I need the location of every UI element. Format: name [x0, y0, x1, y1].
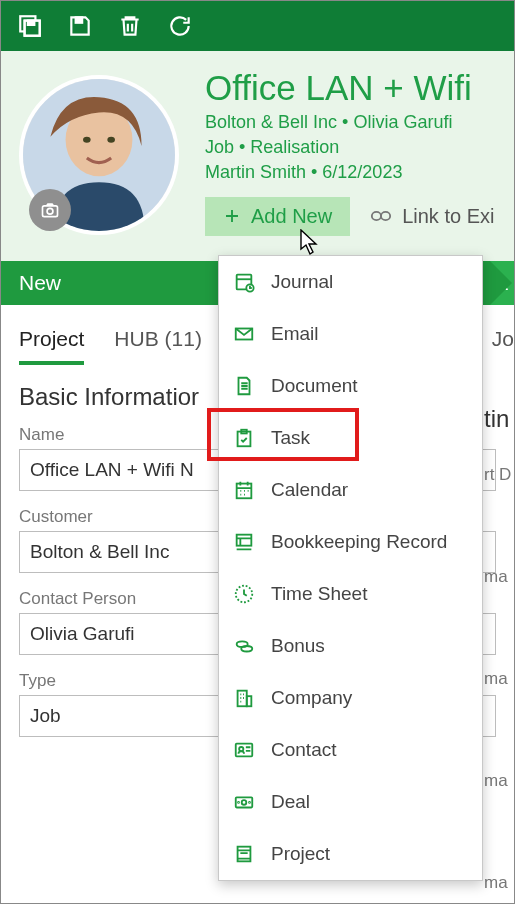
dd-item-timesheet[interactable]: Time Sheet: [219, 568, 482, 620]
right-field-value-partial: ma: [484, 567, 514, 669]
bonus-icon: [233, 635, 255, 657]
add-new-dropdown: Journal Email Document Task Calendar Boo…: [218, 255, 483, 881]
dd-item-bookkeeping[interactable]: Bookkeeping Record: [219, 516, 482, 568]
project-icon: [233, 843, 255, 865]
right-field-value-partial-3: ma: [484, 771, 514, 873]
dd-item-email[interactable]: Email: [219, 308, 482, 360]
delete-icon[interactable]: [117, 13, 143, 39]
bookkeeping-icon: [233, 531, 255, 553]
svg-rect-3: [28, 21, 35, 25]
task-icon: [233, 427, 255, 449]
dd-item-calendar[interactable]: Calendar: [219, 464, 482, 516]
meta-owner-date: Martin Smith • 6/12/2023: [205, 162, 496, 183]
svg-point-28: [242, 800, 247, 805]
right-field-label-partial: rt D: [484, 465, 514, 567]
svg-rect-24: [247, 696, 252, 706]
svg-rect-9: [43, 206, 58, 217]
svg-point-10: [47, 208, 53, 214]
page-title: Office LAN + Wifi: [205, 69, 496, 108]
dd-item-deal[interactable]: Deal: [219, 776, 482, 828]
svg-point-29: [238, 802, 239, 803]
dd-item-company[interactable]: Company: [219, 672, 482, 724]
svg-point-8: [107, 137, 115, 143]
svg-rect-4: [76, 17, 83, 22]
right-field-value-partial-4: ma: [484, 873, 514, 904]
contact-icon: [233, 739, 255, 761]
right-section-title-partial: tin: [484, 405, 514, 447]
svg-point-11: [372, 212, 381, 220]
svg-rect-19: [237, 535, 252, 546]
save-icon[interactable]: [67, 13, 93, 39]
timesheet-icon: [233, 583, 255, 605]
meta-customer-contact: Bolton & Bell Inc • Olivia Garufi: [205, 112, 496, 133]
tab-journal-partial[interactable]: Jo: [492, 327, 514, 361]
link-to-label: Link to Exi: [402, 205, 494, 228]
link-to-existing-button[interactable]: Link to Exi: [370, 197, 494, 236]
right-field-value-partial-2: ma: [484, 669, 514, 771]
meta-type-stage: Job • Realisation: [205, 137, 496, 158]
save-all-icon[interactable]: [17, 13, 43, 39]
dd-item-document[interactable]: Document: [219, 360, 482, 412]
svg-rect-23: [238, 691, 247, 707]
svg-point-12: [381, 212, 390, 220]
dd-item-project[interactable]: Project: [219, 828, 482, 880]
svg-point-7: [83, 137, 91, 143]
tab-hub[interactable]: HUB (11): [114, 327, 202, 365]
add-new-label: Add New: [251, 205, 332, 228]
dd-item-journal[interactable]: Journal: [219, 256, 482, 308]
dd-item-contact[interactable]: Contact: [219, 724, 482, 776]
svg-point-22: [241, 646, 252, 652]
tab-project[interactable]: Project: [19, 327, 84, 365]
calendar-icon: [233, 479, 255, 501]
add-new-button[interactable]: Add New: [205, 197, 350, 236]
dd-item-bonus[interactable]: Bonus: [219, 620, 482, 672]
document-icon: [233, 375, 255, 397]
refresh-icon[interactable]: [167, 13, 193, 39]
company-icon: [233, 687, 255, 709]
camera-icon[interactable]: [29, 189, 71, 231]
journal-icon: [233, 271, 255, 293]
dd-item-task[interactable]: Task: [219, 412, 482, 464]
svg-point-30: [249, 802, 250, 803]
deal-icon: [233, 791, 255, 813]
email-icon: [233, 323, 255, 345]
